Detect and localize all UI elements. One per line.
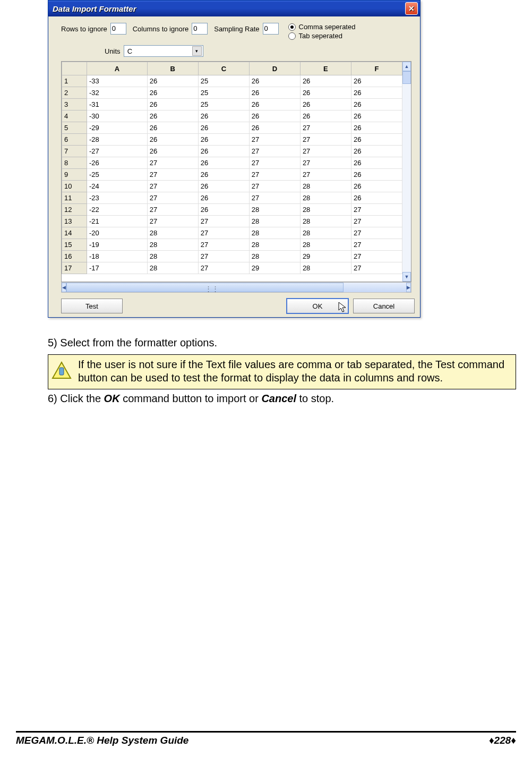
cell[interactable]: 26 (147, 122, 198, 134)
cell[interactable]: 27 (249, 181, 300, 192)
cell[interactable]: -30 (87, 110, 148, 122)
row-header[interactable]: 1 (62, 75, 87, 87)
horizontal-scroll-thumb[interactable]: ⋮⋮ (66, 283, 344, 292)
cell[interactable]: 26 (300, 110, 351, 122)
cell[interactable]: 25 (198, 75, 249, 87)
cell[interactable]: 28 (300, 227, 351, 239)
cell[interactable]: -23 (87, 192, 148, 204)
cell[interactable]: 26 (198, 122, 249, 134)
cell[interactable]: 27 (249, 134, 300, 146)
cell[interactable]: -27 (87, 146, 148, 157)
cell[interactable]: 28 (300, 181, 351, 192)
cell[interactable]: 26 (147, 99, 198, 110)
cell[interactable]: 26 (351, 146, 402, 157)
cell[interactable]: 28 (147, 239, 198, 251)
column-header[interactable]: D (249, 62, 300, 75)
tab-separated-radio[interactable] (288, 32, 296, 40)
cell[interactable]: 26 (198, 146, 249, 157)
row-header[interactable]: 12 (62, 204, 87, 216)
vertical-scroll-thumb[interactable] (402, 71, 411, 84)
cell[interactable]: 27 (351, 204, 402, 216)
cell[interactable]: 27 (249, 157, 300, 169)
row-header[interactable]: 9 (62, 169, 87, 181)
row-header[interactable]: 4 (62, 110, 87, 122)
cell[interactable]: -19 (87, 239, 148, 251)
cell[interactable]: 27 (300, 134, 351, 146)
cell[interactable]: 27 (249, 192, 300, 204)
horizontal-scrollbar[interactable]: ◀ ⋮⋮ ▶ (61, 282, 411, 293)
cell[interactable]: 28 (249, 216, 300, 227)
cell[interactable]: 26 (351, 122, 402, 134)
cell[interactable]: 26 (249, 75, 300, 87)
cell[interactable]: -18 (87, 251, 148, 262)
row-header[interactable]: 11 (62, 192, 87, 204)
cell[interactable]: 26 (351, 157, 402, 169)
cell[interactable]: -20 (87, 227, 148, 239)
cell[interactable]: 29 (300, 251, 351, 262)
cell[interactable]: 26 (249, 99, 300, 110)
column-header[interactable]: E (300, 62, 351, 75)
cell[interactable]: -22 (87, 204, 148, 216)
cell[interactable]: 27 (351, 262, 402, 274)
cell[interactable]: 26 (198, 204, 249, 216)
close-icon[interactable]: ✕ (405, 2, 418, 15)
rows-to-ignore-input[interactable]: 0 (110, 23, 126, 35)
cell[interactable]: 26 (147, 87, 198, 99)
cell[interactable]: 26 (198, 134, 249, 146)
cell[interactable]: 26 (351, 99, 402, 110)
cell[interactable]: 26 (351, 87, 402, 99)
cell[interactable]: 26 (300, 75, 351, 87)
cell[interactable]: 26 (351, 169, 402, 181)
row-header[interactable]: 10 (62, 181, 87, 192)
title-bar[interactable]: Data Import Formatter ✕ (48, 1, 420, 16)
cell[interactable]: 27 (147, 216, 198, 227)
cell[interactable]: -26 (87, 157, 148, 169)
cell[interactable]: 27 (300, 146, 351, 157)
cell[interactable]: -28 (87, 134, 148, 146)
cell[interactable]: 28 (249, 239, 300, 251)
cell[interactable]: 29 (249, 262, 300, 274)
cell[interactable]: 26 (300, 99, 351, 110)
cell[interactable]: 27 (147, 192, 198, 204)
cell[interactable]: 26 (351, 134, 402, 146)
cell[interactable]: 26 (147, 75, 198, 87)
sampling-rate-input[interactable]: 0 (263, 23, 279, 35)
cell[interactable]: 26 (249, 87, 300, 99)
vertical-scrollbar[interactable]: ▲ ▼ (402, 62, 411, 282)
cell[interactable]: -25 (87, 169, 148, 181)
cell[interactable]: 27 (198, 262, 249, 274)
cell[interactable]: 27 (249, 169, 300, 181)
cell[interactable]: 26 (351, 110, 402, 122)
column-header[interactable]: A (87, 62, 148, 75)
test-button[interactable]: Test (61, 299, 123, 313)
cell[interactable]: 27 (300, 122, 351, 134)
cell[interactable]: -17 (87, 262, 148, 274)
cell[interactable]: 26 (351, 181, 402, 192)
cell[interactable]: 27 (198, 216, 249, 227)
columns-to-ignore-input[interactable]: 0 (192, 23, 208, 35)
column-header[interactable]: B (147, 62, 198, 75)
cell[interactable]: 27 (198, 227, 249, 239)
cell[interactable]: 28 (300, 216, 351, 227)
cell[interactable]: 27 (300, 157, 351, 169)
cell[interactable]: -31 (87, 99, 148, 110)
scroll-up-icon[interactable]: ▲ (402, 62, 411, 71)
cell[interactable]: -29 (87, 122, 148, 134)
cell[interactable]: 26 (249, 110, 300, 122)
row-header[interactable]: 2 (62, 87, 87, 99)
cell[interactable]: -24 (87, 181, 148, 192)
cell[interactable]: 26 (351, 192, 402, 204)
cell[interactable]: 26 (198, 181, 249, 192)
cell[interactable]: 26 (147, 146, 198, 157)
cell[interactable]: 26 (198, 192, 249, 204)
row-header[interactable]: 13 (62, 216, 87, 227)
scroll-left-icon[interactable]: ◀ (62, 283, 66, 292)
cell[interactable]: 27 (198, 251, 249, 262)
row-header[interactable]: 6 (62, 134, 87, 146)
cell[interactable]: 28 (300, 262, 351, 274)
cell[interactable]: 28 (147, 262, 198, 274)
scroll-down-icon[interactable]: ▼ (402, 272, 411, 282)
row-header[interactable]: 8 (62, 157, 87, 169)
cell[interactable]: 26 (198, 157, 249, 169)
comma-separated-radio[interactable] (288, 23, 296, 31)
